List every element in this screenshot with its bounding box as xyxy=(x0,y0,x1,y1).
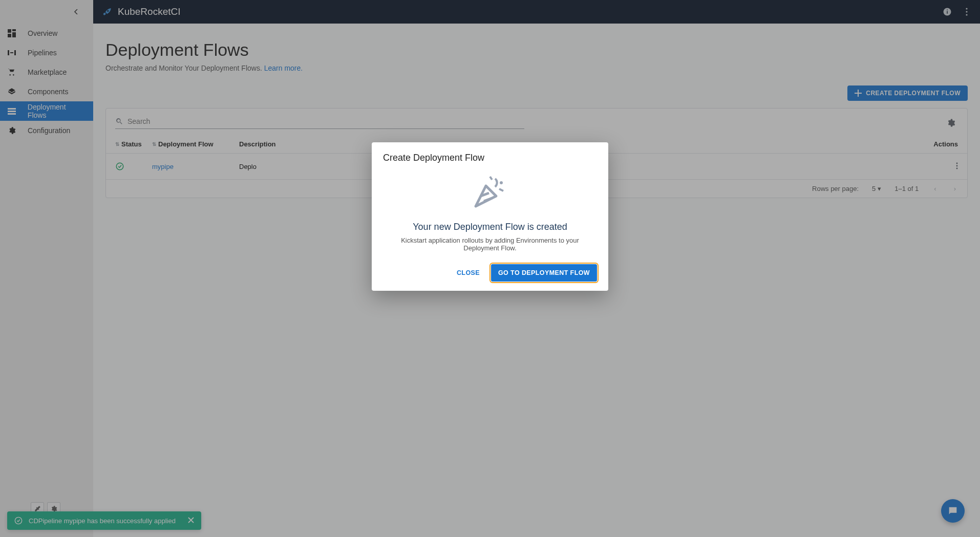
svg-line-24 xyxy=(499,189,503,191)
create-flow-dialog: Create Deployment Flow Your new Deployme… xyxy=(372,142,608,291)
dialog-body-text: Kickstart application rollouts by adding… xyxy=(383,237,597,252)
dialog-title: Create Deployment Flow xyxy=(383,153,597,163)
svg-line-25 xyxy=(490,177,492,180)
modal-overlay[interactable]: Create Deployment Flow Your new Deployme… xyxy=(0,0,980,537)
dialog-heading: Your new Deployment Flow is created xyxy=(383,222,597,232)
go-to-flow-button[interactable]: GO TO DEPLOYMENT FLOW xyxy=(491,264,597,282)
svg-line-22 xyxy=(484,198,492,201)
svg-point-23 xyxy=(500,181,503,184)
close-button[interactable]: CLOSE xyxy=(451,265,486,281)
party-popper-icon xyxy=(470,171,510,212)
